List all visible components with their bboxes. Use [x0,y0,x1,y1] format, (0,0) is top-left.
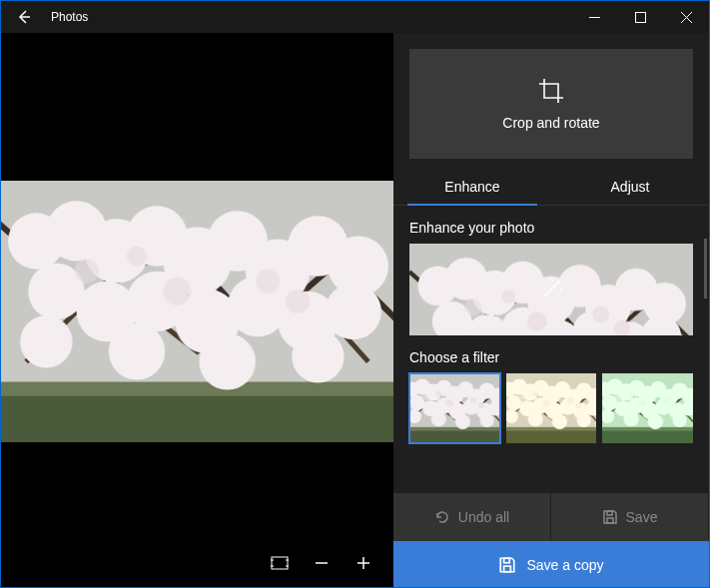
save-button[interactable]: Save [551,493,709,541]
svg-rect-30 [635,12,645,22]
svg-rect-32 [272,557,288,569]
edit-tabs: Enhance Adjust [393,169,709,206]
filter-original[interactable] [409,373,500,443]
svg-rect-50 [607,511,612,515]
action-row: Undo all Save [393,493,709,541]
maximize-icon [635,12,646,23]
save-icon [602,509,618,525]
zoom-out-button[interactable] [304,545,340,581]
fit-to-window-button[interactable] [262,545,298,581]
crop-icon [537,77,565,105]
crop-label: Crop and rotate [502,115,599,131]
preview-toolbar [262,545,381,581]
svg-rect-49 [607,518,613,523]
svg-line-41 [544,285,556,296]
photo-preview[interactable] [1,181,393,442]
titlebar: Photos [1,1,709,33]
enhance-photo-button[interactable] [409,244,693,335]
svg-rect-46 [409,373,500,443]
maximize-button[interactable] [617,1,663,33]
filter-option-2[interactable] [506,373,597,443]
back-button[interactable] [1,1,47,33]
app-title: Photos [47,10,88,24]
plus-icon [355,555,371,571]
crop-and-rotate-button[interactable]: Crop and rotate [409,49,693,159]
save-label: Save [626,509,658,525]
svg-rect-52 [504,558,510,563]
tab-enhance[interactable]: Enhance [393,169,551,205]
filter-section-label: Choose a filter [393,335,709,373]
tab-adjust[interactable]: Adjust [551,169,709,205]
undo-icon [434,509,450,525]
svg-rect-51 [504,566,511,572]
svg-rect-31 [1,181,393,442]
scrollbar[interactable] [704,239,707,298]
window-controls [571,1,709,33]
undo-all-button[interactable]: Undo all [393,493,551,541]
minimize-button[interactable] [571,1,617,33]
fit-icon [271,556,289,570]
magic-wand-icon [538,277,564,302]
svg-rect-48 [602,373,693,443]
zoom-in-button[interactable] [346,545,381,581]
photo-preview-area [1,33,393,588]
minimize-icon [589,12,600,23]
arrow-left-icon [16,9,32,25]
filter-row [409,373,693,443]
save-copy-label: Save a copy [526,557,603,573]
minus-icon [314,555,330,571]
close-icon [681,12,692,23]
enhance-section-label: Enhance your photo [393,206,709,244]
svg-rect-47 [506,373,597,443]
undo-label: Undo all [458,509,509,525]
save-a-copy-button[interactable]: Save a copy [393,541,709,588]
edit-panel: Crop and rotate Enhance Adjust Enhance y… [393,33,709,588]
save-copy-icon [498,556,516,574]
close-button[interactable] [663,1,709,33]
filter-option-3[interactable] [602,373,693,443]
